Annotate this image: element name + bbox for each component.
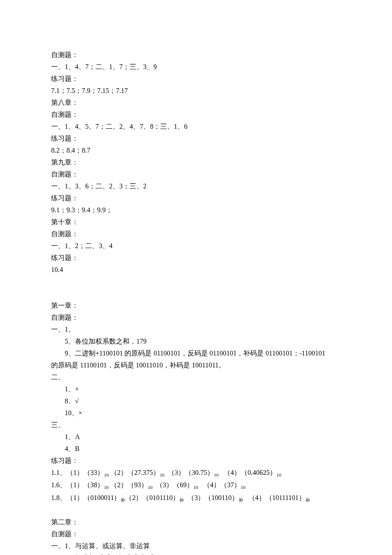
text-line: 练习题： (51, 133, 341, 145)
text-line: 5、各位加权系数之和，179 (51, 335, 341, 347)
text-line: 一、1、2；二、3、4 (51, 240, 341, 252)
blank-line (51, 504, 341, 516)
text-line: 一、1、4、5、7；二、2、4、7、8；三、1、6 (51, 121, 341, 133)
text-line: 1、× (51, 383, 341, 395)
document-page: 自测题：一、1、4、7；二、1、7；三、3、9练习题：7.1；7.5；7.9；7… (0, 0, 392, 555)
text-line: 1.8、（1）（0100011）补（2）（0101110）补 （3）（10011… (51, 492, 341, 504)
text-line: 一、1、 (51, 324, 341, 335)
text-line: 自测题： (51, 528, 341, 540)
text-line: 练习题： (51, 252, 341, 264)
blank-line (51, 276, 341, 288)
text-line: 一、1、与运算、或运算、非运算 (51, 540, 341, 552)
text-line: 第九章： (51, 156, 341, 168)
text-line: 二、 (51, 371, 341, 383)
text-line: 自测题： (51, 228, 341, 240)
text-line: 三、 (51, 419, 341, 431)
text-line: 自测题： (51, 49, 341, 61)
text-line: 一、1、4、7；二、1、7；三、3、9 (51, 61, 341, 73)
text-line: 1、A (51, 431, 341, 443)
text-line: 8、√ (51, 395, 341, 407)
text-line: 第二章： (51, 516, 341, 528)
text-line: 一、1、3、6；二、2、3；三、2 (51, 180, 341, 192)
text-line: 10.4 (51, 264, 341, 276)
text-line: 自测题： (51, 168, 341, 180)
blank-line (51, 288, 341, 300)
text-line: 第一章： (51, 300, 341, 312)
text-line: 8.2；8.4；8.7 (51, 145, 341, 156)
text-line: 练习题： (51, 455, 341, 467)
text-line: 10、× (51, 407, 341, 419)
text-line: 的原码是 11100101，反码是 10011010，补码是 10011011。 (51, 359, 341, 371)
text-line: 4、B (51, 443, 341, 455)
text-line: 9.1；9.3；9.4；9.9； (51, 204, 341, 216)
text-line: 1.6、（1）（38）10 （2）（93）10 （3）（69）10 （4）（37… (51, 479, 341, 491)
text-line: 第十章： (51, 216, 341, 228)
text-line: 1.1、（1）（33）10 （2）（27.375）10 （3）（30.75）10… (51, 467, 341, 479)
text-line: 9、二进制+1100101 的原码是 01100101，反码是 01100101… (51, 347, 341, 359)
text-line: 自测题： (51, 312, 341, 324)
text-line: 5、标准与-或式、标准或-与式 (51, 552, 341, 555)
text-line: 练习题： (51, 192, 341, 204)
text-line: 自测题： (51, 109, 341, 121)
text-line: 练习题： (51, 73, 341, 85)
text-line: 7.1；7.5；7.9；7.15；7.17 (51, 85, 341, 97)
text-line: 第八章： (51, 97, 341, 109)
